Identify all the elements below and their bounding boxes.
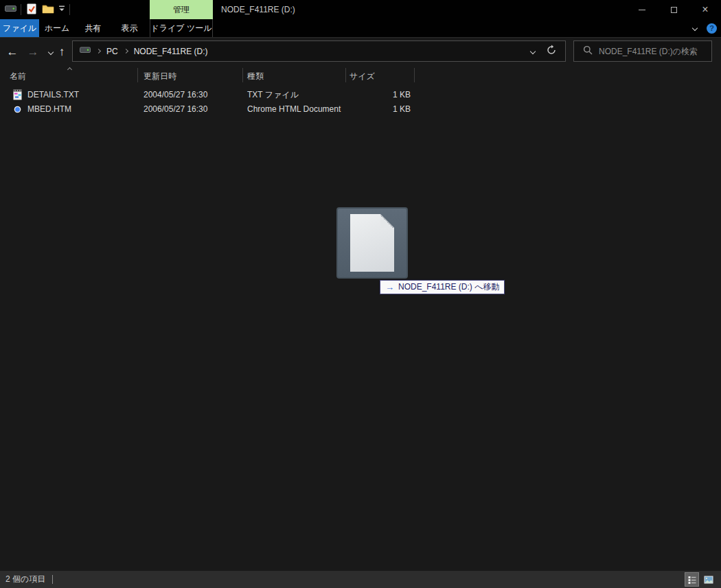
column-headers: 名前 更新日時 種類 サイズ bbox=[0, 66, 721, 84]
tab-file-label: ファイル bbox=[3, 23, 36, 34]
file-date-modified: 2004/05/27 16:30 bbox=[144, 88, 207, 102]
drive-window-icon bbox=[5, 4, 16, 15]
column-header-size[interactable]: サイズ bbox=[350, 69, 375, 83]
file-size: 1 KB bbox=[345, 88, 411, 102]
file-date-modified: 2006/05/27 16:30 bbox=[144, 102, 207, 117]
qat-separator bbox=[21, 4, 21, 15]
navigation-bar: ← → ↑ PC NODE_F411RE (D:) bbox=[0, 38, 721, 66]
move-arrow-icon: → bbox=[385, 282, 394, 292]
items-count: 2 個の項目 bbox=[5, 571, 45, 588]
ribbon-tab-row: ファイル ホーム 共有 表示 ドライブ ツール ? bbox=[0, 19, 721, 38]
column-resize-handle bbox=[345, 68, 346, 82]
details-view-icon bbox=[688, 576, 696, 584]
file-name: MBED.HTM bbox=[27, 102, 71, 117]
sort-ascending-icon bbox=[68, 64, 71, 73]
chrome-icon bbox=[12, 104, 23, 115]
column-header-type[interactable]: 種類 bbox=[247, 69, 264, 83]
breadcrumb-current-drive[interactable]: NODE_F411RE (D:) bbox=[134, 47, 208, 56]
breadcrumb-chevron-icon[interactable] bbox=[124, 49, 128, 54]
close-button[interactable]: × bbox=[689, 0, 721, 19]
tab-share-label: 共有 bbox=[85, 23, 102, 34]
up-button[interactable]: ↑ bbox=[54, 38, 70, 66]
maximize-icon bbox=[671, 7, 677, 13]
status-bar: 2 個の項目 bbox=[0, 571, 721, 588]
file-row-mbed-htm[interactable]: MBED.HTM 2006/05/27 16:30 Chrome HTML Do… bbox=[0, 102, 439, 117]
file-size: 1 KB bbox=[345, 102, 411, 117]
drag-drop-tooltip: → NODE_F411RE (D:) へ移動 bbox=[380, 280, 505, 294]
new-folder-icon[interactable] bbox=[42, 3, 54, 16]
tab-home[interactable]: ホーム bbox=[39, 19, 75, 37]
search-box[interactable] bbox=[573, 40, 712, 62]
manage-context-tab[interactable]: 管理 bbox=[150, 0, 213, 19]
file-type: Chrome HTML Document bbox=[247, 102, 341, 117]
search-icon bbox=[583, 45, 593, 57]
quick-access-toolbar bbox=[0, 0, 70, 19]
tab-home-label: ホーム bbox=[45, 23, 70, 34]
breadcrumb-pc[interactable]: PC bbox=[106, 47, 118, 56]
drive-breadcrumb-icon bbox=[80, 46, 91, 56]
qat-customize-chevron-icon[interactable] bbox=[58, 5, 65, 14]
tab-share[interactable]: 共有 bbox=[75, 19, 111, 37]
maximize-button[interactable] bbox=[658, 0, 689, 19]
column-header-date[interactable]: 更新日時 bbox=[144, 69, 176, 83]
titlebar: 管理 NODE_F411RE (D:) × bbox=[0, 0, 721, 19]
help-icon[interactable]: ? bbox=[707, 23, 717, 34]
manage-tab-label: 管理 bbox=[173, 4, 190, 16]
column-resize-handle bbox=[242, 68, 243, 82]
document-fold-corner bbox=[380, 214, 394, 228]
back-button[interactable]: ← bbox=[4, 38, 21, 66]
drag-drop-tooltip-text: NODE_F411RE (D:) へ移動 bbox=[398, 281, 499, 293]
file-row-details-txt[interactable]: DETAILS.TXT 2004/05/27 16:30 TXT ファイル 1 … bbox=[0, 88, 439, 102]
tab-view[interactable]: 表示 bbox=[111, 19, 148, 37]
refresh-icon[interactable] bbox=[546, 45, 557, 58]
details-view-button[interactable] bbox=[685, 573, 698, 586]
status-separator bbox=[52, 575, 53, 584]
tab-view-label: 表示 bbox=[122, 23, 138, 34]
tab-file[interactable]: ファイル bbox=[0, 19, 39, 37]
ribbon-expand-chevron-icon[interactable] bbox=[692, 25, 698, 31]
forward-button[interactable]: → bbox=[25, 38, 41, 66]
thumbnail-view-icon bbox=[704, 576, 713, 584]
large-icons-view-button[interactable] bbox=[702, 573, 715, 586]
close-icon: × bbox=[702, 4, 708, 15]
qat-separator bbox=[69, 4, 70, 15]
address-history-chevron-icon[interactable] bbox=[530, 48, 536, 54]
file-name: DETAILS.TXT bbox=[27, 88, 79, 102]
breadcrumb-chevron-icon[interactable] bbox=[96, 49, 101, 54]
column-resize-handle bbox=[137, 68, 138, 82]
drag-ghost-thumbnail bbox=[336, 207, 408, 279]
tab-drive-tools-label: ドライブ ツール bbox=[150, 23, 211, 34]
minimize-button[interactable] bbox=[626, 0, 658, 19]
text-file-icon bbox=[12, 89, 23, 100]
file-type: TXT ファイル bbox=[247, 88, 299, 102]
search-input[interactable] bbox=[599, 47, 702, 56]
address-bar[interactable]: PC NODE_F411RE (D:) bbox=[72, 40, 566, 62]
window-title: NODE_F411RE (D:) bbox=[221, 0, 295, 19]
window-controls: × bbox=[626, 0, 721, 19]
properties-icon[interactable] bbox=[25, 3, 38, 17]
minimize-icon bbox=[639, 10, 645, 10]
column-resize-handle bbox=[414, 68, 415, 82]
tab-drive-tools[interactable]: ドライブ ツール bbox=[150, 19, 213, 37]
column-header-name[interactable]: 名前 bbox=[10, 69, 26, 83]
